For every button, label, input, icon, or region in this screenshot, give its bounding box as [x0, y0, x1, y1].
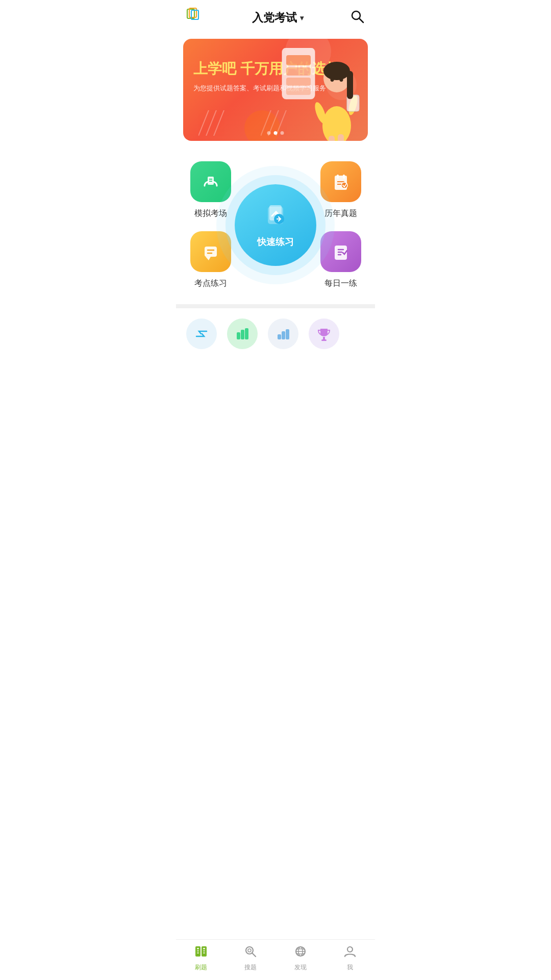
cat-bar-icon	[268, 318, 298, 349]
svg-rect-33	[337, 175, 339, 179]
svg-point-3	[352, 11, 360, 19]
svg-rect-50	[286, 329, 289, 339]
key-practice-icon	[190, 231, 231, 272]
svg-rect-48	[278, 334, 281, 339]
cat-item-chart[interactable]	[222, 318, 263, 349]
section-divider	[176, 304, 375, 308]
key-practice-label: 考点练习	[194, 278, 227, 289]
banner-dot-2[interactable]	[281, 131, 284, 135]
menu-item-daily-practice[interactable]: 每日一练	[320, 231, 361, 294]
mock-exam-icon	[190, 161, 231, 202]
svg-point-26	[340, 78, 343, 82]
past-exam-label: 历年真题	[324, 208, 357, 219]
cat-item-quick[interactable]	[181, 318, 222, 349]
menu-item-mock-exam[interactable]: 模拟考场	[190, 156, 231, 219]
svg-rect-18	[338, 134, 344, 141]
cat-item-bar[interactable]	[263, 318, 304, 349]
banner-dot-1[interactable]	[274, 131, 278, 135]
mock-exam-label: 模拟考场	[194, 208, 227, 219]
svg-line-4	[360, 18, 364, 22]
svg-rect-34	[343, 175, 345, 179]
svg-rect-12	[286, 55, 311, 65]
logo-icon[interactable]	[186, 7, 206, 29]
menu-grid: 模拟考场 历年真题	[176, 141, 375, 304]
menu-item-key-practice[interactable]: 考点练习	[190, 231, 231, 294]
past-exam-icon	[320, 161, 361, 202]
svg-rect-15	[286, 88, 311, 95]
cat-trophy-icon	[309, 318, 339, 349]
quick-practice-icon	[263, 203, 288, 233]
cat-chart-icon	[227, 318, 258, 349]
banner-dots	[267, 131, 284, 135]
svg-point-16	[322, 106, 351, 141]
svg-point-23	[323, 62, 350, 80]
menu-item-past-exam[interactable]: 历年真题	[320, 156, 361, 219]
svg-rect-14	[286, 78, 311, 86]
daily-practice-icon	[320, 231, 361, 272]
svg-rect-45	[237, 332, 240, 339]
header-title-group[interactable]: 入党考试 ▾	[252, 10, 304, 26]
quick-practice-label: 快速练习	[257, 236, 294, 248]
search-icon[interactable]	[349, 9, 365, 28]
svg-rect-51	[323, 337, 325, 339]
svg-rect-47	[245, 328, 248, 339]
banner-dot-0[interactable]	[267, 131, 271, 135]
quick-practice-button[interactable]: 快速练习	[235, 184, 316, 266]
chevron-down-icon: ▾	[300, 14, 304, 22]
svg-rect-41	[205, 247, 217, 257]
app-header: 入党考试 ▾	[176, 0, 375, 34]
svg-rect-46	[241, 330, 244, 339]
svg-rect-24	[347, 71, 353, 99]
svg-point-25	[331, 78, 334, 82]
daily-practice-label: 每日一练	[324, 278, 357, 289]
svg-rect-17	[329, 136, 335, 141]
header-title-text: 入党考试	[252, 10, 297, 26]
cat-swap-icon	[186, 318, 217, 349]
svg-rect-13	[286, 67, 311, 76]
svg-rect-52	[321, 339, 327, 341]
svg-rect-49	[282, 331, 285, 339]
cat-item-trophy[interactable]	[304, 318, 344, 349]
category-scroll	[176, 308, 375, 354]
promo-banner[interactable]: 上学吧 千万用户的选择 为您提供试题答案、考试刷题和视频学习服务	[183, 39, 368, 141]
